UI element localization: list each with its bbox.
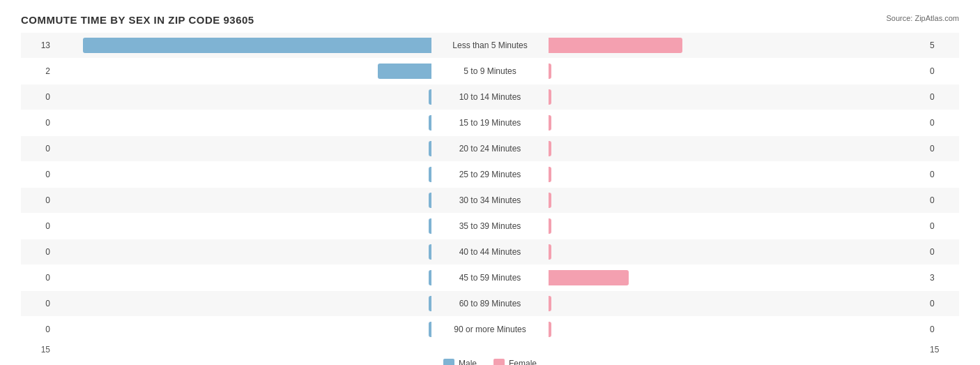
bar-inner: 25 to 29 Minutes — [56, 162, 924, 187]
bar-inner: 20 to 24 Minutes — [56, 136, 924, 161]
male-bar — [429, 193, 431, 208]
male-side — [56, 296, 434, 311]
female-value: 0 — [924, 299, 959, 308]
male-bar — [378, 64, 431, 79]
male-side — [56, 167, 434, 182]
bar-container: 15 to 19 Minutes — [56, 110, 924, 135]
male-bar — [429, 322, 431, 337]
chart-row: 0 35 to 39 Minutes 0 — [21, 214, 959, 239]
row-label: 25 to 29 Minutes — [434, 170, 546, 179]
bar-container: 25 to 29 Minutes — [56, 162, 924, 187]
legend-female-box — [493, 359, 505, 365]
female-bar — [549, 244, 551, 260]
bar-inner: 15 to 19 Minutes — [56, 110, 924, 135]
chart-row: 0 60 to 89 Minutes 0 — [21, 291, 959, 316]
bar-inner: 45 to 59 Minutes — [56, 265, 924, 290]
female-value: 5 — [924, 40, 959, 50]
female-value: 0 — [924, 92, 959, 102]
bar-container: 10 to 14 Minutes — [56, 84, 924, 110]
female-bar — [549, 141, 551, 156]
female-bar — [549, 89, 551, 105]
legend-male: Male — [443, 359, 477, 365]
row-label: 10 to 14 Minutes — [434, 92, 546, 102]
legend-female: Female — [493, 359, 537, 365]
male-bar — [429, 115, 431, 131]
female-side — [546, 38, 924, 53]
axis-left-label: 15 — [21, 345, 56, 355]
bar-inner: Less than 5 Minutes — [56, 33, 924, 58]
female-value: 0 — [924, 195, 959, 205]
male-value: 0 — [21, 325, 56, 334]
male-bar — [83, 38, 431, 53]
male-bar — [429, 244, 431, 260]
male-value: 13 — [21, 40, 56, 50]
row-label: 5 to 9 Minutes — [434, 66, 546, 76]
male-value: 0 — [21, 92, 56, 102]
bar-inner: 30 to 34 Minutes — [56, 188, 924, 213]
chart-row: 0 30 to 34 Minutes 0 — [21, 188, 959, 213]
bar-container: 40 to 44 Minutes — [56, 239, 924, 265]
bar-inner: 5 to 9 Minutes — [56, 59, 924, 84]
male-value: 0 — [21, 170, 56, 179]
bar-container: 35 to 39 Minutes — [56, 214, 924, 239]
female-value: 0 — [924, 66, 959, 76]
male-side — [56, 322, 434, 337]
female-bar — [549, 218, 551, 234]
female-side — [546, 322, 924, 337]
bar-container: 90 or more Minutes — [56, 317, 924, 342]
female-value: 0 — [924, 118, 959, 128]
female-side — [546, 141, 924, 156]
female-bar — [549, 115, 551, 131]
female-value: 3 — [924, 273, 959, 283]
chart-row: 0 10 to 14 Minutes 0 — [21, 84, 959, 110]
row-label: 90 or more Minutes — [434, 325, 546, 334]
female-bar — [549, 64, 551, 79]
female-bar — [549, 167, 551, 182]
bar-container: Less than 5 Minutes — [56, 33, 924, 58]
female-side — [546, 244, 924, 260]
legend-male-box — [443, 359, 454, 365]
row-label: Less than 5 Minutes — [434, 40, 546, 50]
bar-container: 30 to 34 Minutes — [56, 188, 924, 213]
male-value: 2 — [21, 66, 56, 76]
bar-inner: 40 to 44 Minutes — [56, 239, 924, 265]
male-side — [56, 141, 434, 156]
chart-title: COMMUTE TIME BY SEX IN ZIP CODE 93605 — [21, 14, 959, 26]
female-value: 0 — [924, 247, 959, 257]
female-value: 0 — [924, 170, 959, 179]
male-side — [56, 64, 434, 79]
male-side — [56, 38, 434, 53]
row-label: 15 to 19 Minutes — [434, 118, 546, 128]
female-side — [546, 270, 924, 285]
female-bar — [549, 296, 551, 311]
female-value: 0 — [924, 325, 959, 334]
bar-inner: 90 or more Minutes — [56, 317, 924, 342]
female-bar — [549, 322, 551, 337]
axis-row: 15 15 — [21, 345, 959, 355]
male-side — [56, 115, 434, 131]
female-bar — [549, 38, 682, 53]
male-side — [56, 193, 434, 208]
male-value: 0 — [21, 273, 56, 283]
axis-right-label: 15 — [924, 345, 959, 355]
female-side — [546, 115, 924, 131]
male-value: 0 — [21, 221, 56, 231]
male-bar — [429, 141, 431, 156]
chart-row: 0 40 to 44 Minutes 0 — [21, 239, 959, 265]
chart-row: 0 45 to 59 Minutes 3 — [21, 265, 959, 290]
female-side — [546, 218, 924, 234]
male-value: 0 — [21, 299, 56, 308]
male-side — [56, 89, 434, 105]
bar-inner: 60 to 89 Minutes — [56, 291, 924, 316]
male-bar — [429, 296, 431, 311]
male-value: 0 — [21, 144, 56, 154]
chart-legend: Male Female — [21, 359, 959, 365]
chart-row: 0 20 to 24 Minutes 0 — [21, 136, 959, 161]
row-label: 45 to 59 Minutes — [434, 273, 546, 283]
bar-container: 20 to 24 Minutes — [56, 136, 924, 161]
male-value: 0 — [21, 195, 56, 205]
source-label: Source: ZipAtlas.com — [886, 14, 959, 22]
bar-container: 45 to 59 Minutes — [56, 265, 924, 290]
female-value: 0 — [924, 144, 959, 154]
male-bar — [429, 89, 431, 105]
